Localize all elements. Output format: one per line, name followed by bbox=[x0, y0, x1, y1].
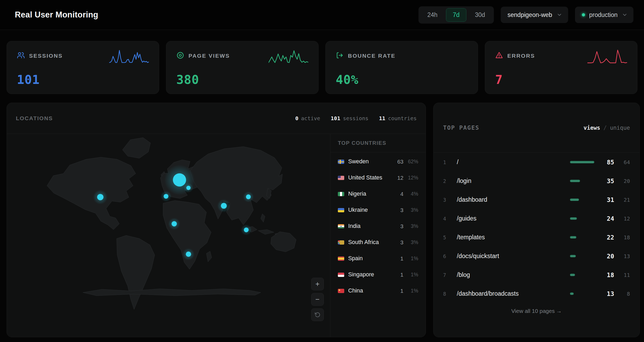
country-row-ua[interactable]: Ukraine33% bbox=[338, 202, 418, 218]
page-row-5[interactable]: 5/templates2218 bbox=[443, 228, 630, 247]
card-label: ERRORS bbox=[507, 53, 535, 59]
map-zoom-out-button[interactable]: − bbox=[311, 293, 324, 306]
page-unique-value: 12 bbox=[614, 215, 630, 222]
page-rank: 4 bbox=[443, 216, 452, 222]
environment-dropdown[interactable]: production bbox=[575, 7, 633, 23]
sessions-sparkline bbox=[109, 49, 149, 65]
map-dot-singapore[interactable] bbox=[244, 227, 249, 232]
country-row-us[interactable]: United States1212% bbox=[338, 170, 418, 186]
page-views-bar bbox=[570, 274, 575, 276]
time-range-30d[interactable]: 30d bbox=[468, 8, 492, 22]
locations-title: LOCATIONS bbox=[16, 115, 53, 122]
flag-sg-icon bbox=[338, 273, 344, 277]
country-name: Spain bbox=[348, 255, 363, 262]
page-views-bar bbox=[570, 180, 580, 182]
page-views-value: 35 bbox=[595, 178, 614, 184]
metric-toggle: views / unique bbox=[583, 125, 630, 131]
top-countries-panel: TOP COUNTRIES Sweden6362%United States12… bbox=[330, 134, 426, 337]
locations-stat-sessions: 101sessions bbox=[331, 115, 368, 122]
map-dot-india[interactable] bbox=[221, 203, 227, 209]
alert-triangle-icon bbox=[495, 51, 503, 60]
map-dot-sweden[interactable] bbox=[173, 173, 186, 187]
flag-ua-icon bbox=[338, 208, 344, 212]
top-pages-header: TOP PAGES views / unique bbox=[434, 103, 640, 153]
country-row-ng[interactable]: Nigeria44% bbox=[338, 186, 418, 202]
world-map[interactable]: + − bbox=[7, 134, 330, 337]
country-percent: 1% bbox=[403, 255, 418, 262]
page-row-3[interactable]: 3/dashboard3121 bbox=[443, 190, 630, 209]
locations-stat-active: 0active bbox=[295, 115, 320, 122]
page-row-1[interactable]: 1/8564 bbox=[443, 153, 630, 172]
map-zoom-in-button[interactable]: + bbox=[311, 278, 324, 290]
flag-us-icon bbox=[338, 176, 344, 180]
country-sessions: 4 bbox=[390, 191, 403, 197]
map-dot-nigeria[interactable] bbox=[172, 221, 177, 226]
country-sessions: 63 bbox=[390, 159, 403, 165]
locations-header: LOCATIONS 0active101sessions11countries bbox=[7, 103, 426, 134]
country-percent: 4% bbox=[403, 191, 418, 197]
page-views-value: 24 bbox=[595, 215, 614, 222]
reset-rotate-ccw-icon bbox=[314, 312, 321, 318]
toggle-unique[interactable]: unique bbox=[610, 125, 630, 131]
toggle-separator: / bbox=[603, 125, 607, 131]
map-dot-china[interactable] bbox=[246, 195, 251, 199]
stat-label: countries bbox=[388, 115, 417, 122]
map-dot-spain[interactable] bbox=[164, 194, 168, 199]
page-row-2[interactable]: 2/login3520 bbox=[443, 172, 630, 190]
environment-dropdown-value: production bbox=[589, 11, 618, 19]
card-value: 380 bbox=[176, 73, 308, 87]
page-views-value: 22 bbox=[595, 234, 614, 241]
errors-sparkline bbox=[587, 49, 627, 65]
time-range-7d[interactable]: 7d bbox=[446, 8, 467, 22]
minus-icon: − bbox=[315, 296, 320, 303]
page-row-7[interactable]: 7/blog1811 bbox=[443, 266, 630, 284]
country-row-se[interactable]: Sweden6362% bbox=[338, 154, 418, 170]
page-row-6[interactable]: 6/docs/quickstart2013 bbox=[443, 247, 630, 266]
page-views-sparkline bbox=[269, 49, 308, 65]
page-title: Real User Monitoring bbox=[15, 10, 98, 20]
flag-in-icon bbox=[338, 224, 344, 228]
card-bounce-rate-top: BOUNCE RATE bbox=[336, 49, 468, 60]
page-views-value: 20 bbox=[595, 253, 614, 260]
chevron-down-icon bbox=[622, 12, 628, 18]
page-path: /templates bbox=[457, 234, 485, 241]
page-rank: 7 bbox=[443, 272, 452, 278]
map-dot-ukraine[interactable] bbox=[186, 186, 191, 190]
flag-za-icon bbox=[338, 240, 344, 245]
page-views-value: 18 bbox=[595, 272, 614, 278]
card-bounce-rate: BOUNCE RATE40% bbox=[325, 41, 478, 94]
locations-stat-countries: 11countries bbox=[379, 115, 417, 122]
country-name: United States bbox=[348, 174, 382, 181]
country-row-in[interactable]: India33% bbox=[338, 218, 418, 234]
country-row-za[interactable]: South Africa33% bbox=[338, 234, 418, 250]
card-page-views: PAGE VIEWS380 bbox=[166, 41, 319, 94]
map-dot-united-states[interactable] bbox=[97, 194, 103, 200]
bounce-icon bbox=[336, 51, 344, 60]
country-percent: 1% bbox=[403, 272, 418, 278]
flag-ng-icon bbox=[338, 192, 344, 196]
page-views-bar bbox=[570, 199, 579, 201]
page-rank: 2 bbox=[443, 178, 452, 184]
time-range-24h[interactable]: 24h bbox=[420, 8, 444, 22]
country-sessions: 12 bbox=[390, 175, 403, 181]
country-row-sg[interactable]: Singapore11% bbox=[338, 267, 418, 283]
world-map-canvas[interactable] bbox=[7, 134, 330, 337]
country-percent: 3% bbox=[403, 207, 418, 213]
project-dropdown[interactable]: sendpigeon-web bbox=[501, 7, 568, 23]
chevron-down-icon bbox=[556, 12, 562, 18]
map-reset-button[interactable] bbox=[311, 308, 324, 321]
page-unique-value: 64 bbox=[614, 159, 630, 165]
page-row-8[interactable]: 8/dashboard/broadcasts138 bbox=[443, 284, 630, 303]
page-path: /docs/quickstart bbox=[457, 253, 499, 260]
country-row-es[interactable]: Spain11% bbox=[338, 250, 418, 267]
country-name: China bbox=[348, 287, 363, 294]
view-all-pages-link[interactable]: View all 10 pages → bbox=[434, 308, 640, 314]
stat-value: 101 bbox=[331, 115, 340, 122]
page-row-4[interactable]: 4/guides2412 bbox=[443, 209, 630, 228]
card-value: 101 bbox=[17, 73, 149, 87]
toggle-views[interactable]: views bbox=[583, 125, 600, 131]
country-sessions: 3 bbox=[390, 239, 403, 246]
top-countries-header: TOP COUNTRIES bbox=[330, 134, 426, 152]
country-row-cn[interactable]: China11% bbox=[338, 283, 418, 299]
map-dot-south-africa[interactable] bbox=[186, 251, 191, 257]
